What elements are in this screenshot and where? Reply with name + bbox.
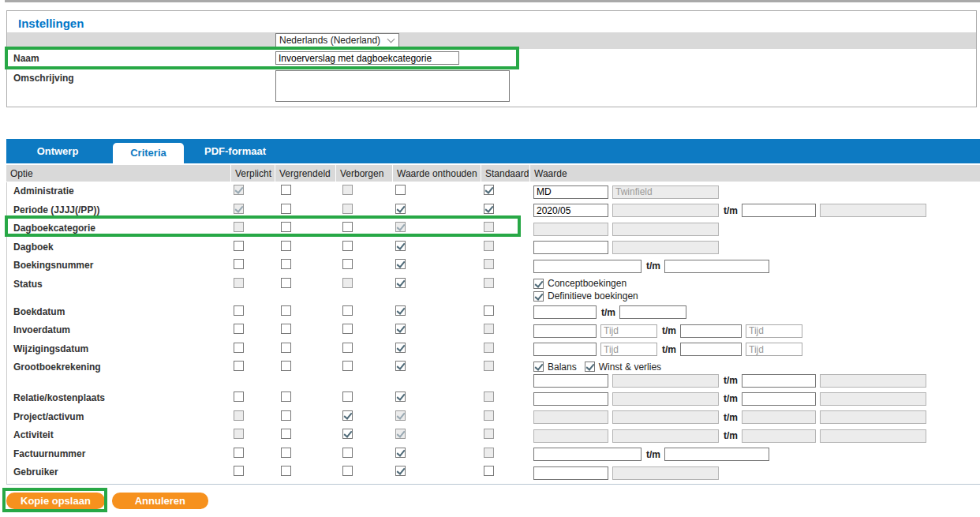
balans-checkbox[interactable] [533,362,544,372]
administratie-standaard-checkbox[interactable] [484,185,494,195]
dagboekcategorie-standaard-checkbox [484,222,494,232]
project-activum-vergrendeld-checkbox[interactable] [281,410,291,421]
periode-vergrendeld-checkbox[interactable] [281,204,291,214]
invoerdatum-value-input[interactable] [680,324,742,338]
save-copy-button[interactable]: Kopie opslaan [6,493,105,509]
grootboekrekening-waarde-onthouden-checkbox[interactable] [395,361,406,371]
administratie-vergrendeld-checkbox[interactable] [281,185,291,195]
boekdatum-verborgen-checkbox[interactable] [342,305,353,316]
wijzigingsdatum-verplicht-checkbox[interactable] [234,343,244,353]
tab-pdf-formaat[interactable]: PDF-formaat [192,139,279,163]
periode-standaard-checkbox[interactable] [484,204,494,214]
boekdatum-value-input[interactable] [533,305,597,319]
invoerdatum-value-input[interactable] [600,324,657,338]
dagboekcategorie-vergrendeld-checkbox[interactable] [281,222,291,232]
status-vergrendeld-checkbox[interactable] [281,278,291,288]
boekingsnummer-value-input[interactable] [533,260,641,273]
periode-standaard-cell [481,201,530,214]
factuurnummer-verplicht-checkbox[interactable] [234,448,244,458]
activiteit-verborgen-checkbox[interactable] [342,429,353,439]
boekingsnummer-vergrendeld-checkbox[interactable] [281,259,291,269]
grootboekrekening-verborgen-checkbox[interactable] [342,361,353,371]
boekdatum-verplicht-checkbox[interactable] [234,305,244,316]
relatie-kostenplaats-verplicht-checkbox[interactable] [234,391,244,402]
omschrijving-textarea[interactable] [275,70,510,102]
invoerdatum-verborgen-checkbox[interactable] [342,324,353,334]
boekdatum-waarde-onthouden-checkbox[interactable] [395,305,406,316]
administratie-value-input[interactable] [533,185,608,199]
dagboek-vergrendeld-checkbox[interactable] [281,241,291,251]
wijzigingsdatum-value-input[interactable] [600,343,657,356]
boekdatum-value-input[interactable] [619,305,686,319]
wijzigingsdatum-value-input[interactable] [533,343,597,356]
definitieve-boekingen-checkbox[interactable] [533,291,544,302]
naam-input[interactable] [275,51,459,65]
invoerdatum-vergrendeld-checkbox[interactable] [281,324,291,334]
gebruiker-standaard-checkbox[interactable] [484,466,494,476]
boekingsnummer-verborgen-checkbox[interactable] [342,259,353,269]
periode-value-input[interactable] [533,204,608,217]
tab-ontwerp[interactable]: Ontwerp [26,139,89,163]
dagboek-verplicht-checkbox[interactable] [234,241,244,251]
project-activum-verborgen-checkbox[interactable] [342,410,353,421]
dagboekcategorie-verborgen-checkbox[interactable] [342,222,353,232]
relatie-kostenplaats-waarde-onthouden-checkbox[interactable] [395,391,406,402]
factuurnummer-option-label: Factuurnummer [7,445,231,459]
boekingsnummer-value-input[interactable] [664,260,769,273]
grootboekrekening-value-input[interactable] [742,374,816,388]
tab-criteria[interactable]: Criteria [113,143,184,163]
grootboekrekening-verplicht-checkbox[interactable] [234,361,244,371]
invoerdatum-value-input[interactable] [533,324,597,338]
status-waarde-cell: ConceptboekingenDefinitieve boekingen [530,275,980,303]
relatie-kostenplaats-value-input[interactable] [742,392,816,406]
periode-waarde-onthouden-checkbox[interactable] [395,204,406,214]
relatie-kostenplaats-verborgen-checkbox[interactable] [342,391,353,402]
winst-verlies-checkbox[interactable] [585,362,595,372]
dagboek-verborgen-checkbox[interactable] [342,241,353,251]
gebruiker-verborgen-checkbox[interactable] [342,466,353,476]
invoerdatum-verplicht-checkbox[interactable] [234,324,244,334]
dagboekcategorie-waarde-cell [530,219,980,237]
wijzigingsdatum-waarde-onthouden-checkbox[interactable] [395,343,406,353]
gebruiker-waarde-cell [530,463,980,481]
boekdatum-standaard-checkbox[interactable] [484,305,494,316]
boekdatum-vergrendeld-checkbox[interactable] [281,305,291,316]
language-select[interactable]: Nederlands (Nederland) [275,33,399,47]
administratie-verborgen-checkbox [342,185,353,195]
periode-value-input[interactable] [742,204,816,217]
relatie-kostenplaats-vergrendeld-checkbox[interactable] [281,391,291,402]
relatie-kostenplaats-value-input[interactable] [533,392,608,406]
administratie-waarde-cell [530,182,980,200]
gebruiker-verplicht-checkbox[interactable] [234,466,244,476]
wijzigingsdatum-vergrendeld-checkbox[interactable] [281,343,291,353]
boekingsnummer-verplicht-checkbox[interactable] [234,259,244,269]
factuurnummer-value-input[interactable] [664,448,769,461]
activiteit-verborgen-cell [336,426,393,439]
factuurnummer-vergrendeld-checkbox[interactable] [281,448,291,458]
project-activum-option-label: Project/activum [7,408,231,422]
dagboek-value-input[interactable] [533,241,608,254]
grootboekrekening-value-input[interactable] [533,374,608,388]
wijzigingsdatum-verborgen-checkbox[interactable] [342,343,353,353]
dagboek-waarde-onthouden-checkbox[interactable] [395,241,406,251]
factuurnummer-verborgen-checkbox[interactable] [342,448,353,458]
cancel-button[interactable]: Annuleren [112,493,208,509]
wijzigingsdatum-value-input[interactable] [680,343,742,356]
invoerdatum-value-input[interactable] [746,324,802,338]
factuurnummer-value-input[interactable] [533,448,641,461]
wijzigingsdatum-value-input[interactable] [746,343,802,356]
conceptboekingen-checkbox[interactable] [533,279,544,289]
relatie-kostenplaats-waarde-cell: t/m [530,389,980,406]
gebruiker-vergrendeld-checkbox[interactable] [281,466,291,476]
status-waarde-onthouden-checkbox[interactable] [395,278,406,288]
grootboekrekening-vergrendeld-checkbox[interactable] [281,361,291,371]
dagboekcategorie-value-input [612,223,719,236]
invoerdatum-waarde-onthouden-checkbox[interactable] [395,324,406,334]
activiteit-vergrendeld-checkbox[interactable] [281,429,291,439]
gebruiker-value-input[interactable] [533,466,608,480]
project-activum-verborgen-cell [336,408,393,421]
factuurnummer-waarde-onthouden-checkbox[interactable] [395,448,406,458]
boekingsnummer-waarde-onthouden-checkbox[interactable] [395,259,406,269]
gebruiker-waarde-onthouden-checkbox[interactable] [395,466,406,476]
administratie-waarde-onthouden-checkbox[interactable] [395,185,406,195]
